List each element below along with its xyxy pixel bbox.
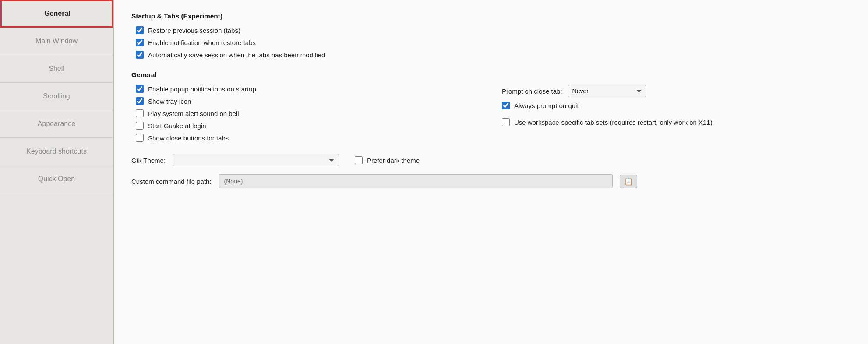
gtk-theme-row: Gtk Theme: Prefer dark theme: [131, 154, 850, 166]
general-grid: Enable popup notifications on startupSho…: [136, 85, 850, 146]
enable-popup-checkbox[interactable]: [136, 85, 144, 93]
use-workspace-row: Use workspace-specific tab sets (require…: [502, 118, 850, 126]
auto-save-session-checkbox[interactable]: [136, 51, 144, 59]
always-prompt-quit-row: Always prompt on quit: [502, 102, 850, 109]
general-checkbox-row-play-sound: Play system alert sound on bell: [136, 109, 484, 117]
play-sound-label: Play system alert sound on bell: [148, 110, 239, 117]
prefer-dark-label: Prefer dark theme: [367, 157, 420, 164]
general-checkbox-row-start-login: Start Guake at login: [136, 122, 484, 130]
custom-cmd-input[interactable]: [219, 174, 613, 188]
custom-cmd-label: Custom command file path:: [131, 178, 212, 185]
enable-popup-label: Enable popup notifications on startup: [148, 85, 256, 93]
startup-checkbox-row-auto-save-session: Automatically save session when the tabs…: [136, 51, 850, 59]
general-checkbox-row-show-tray: Show tray icon: [136, 97, 484, 105]
sidebar-item-main-window[interactable]: Main Window: [0, 28, 113, 55]
gtk-theme-label: Gtk Theme:: [131, 157, 166, 164]
show-close-buttons-checkbox[interactable]: [136, 134, 144, 142]
gtk-theme-select[interactable]: [173, 154, 339, 166]
prefer-dark-checkbox[interactable]: [355, 156, 363, 164]
general-section-title: General: [131, 71, 850, 79]
sidebar-item-shell[interactable]: Shell: [0, 55, 113, 83]
always-prompt-quit-label: Always prompt on quit: [514, 102, 579, 109]
show-tray-checkbox[interactable]: [136, 97, 144, 105]
auto-save-session-label: Automatically save session when the tabs…: [148, 51, 325, 59]
play-sound-checkbox[interactable]: [136, 109, 144, 117]
custom-cmd-row: Custom command file path: 📋: [131, 174, 850, 188]
left-col: Enable popup notifications on startupSho…: [136, 85, 484, 146]
sidebar: GeneralMain WindowShellScrollingAppearan…: [0, 0, 114, 344]
main-content: Startup & Tabs (Experiment) Restore prev…: [114, 0, 868, 344]
enable-notification-label: Enable notification when restore tabs: [148, 39, 256, 46]
prompt-on-close-select[interactable]: NeverAlwaysWhen multiple tabs: [568, 85, 646, 97]
show-close-buttons-label: Show close buttons for tabs: [148, 134, 229, 142]
custom-cmd-browse-button[interactable]: 📋: [620, 175, 637, 188]
prompt-on-close-label: Prompt on close tab:: [502, 88, 562, 95]
right-col: Prompt on close tab: NeverAlwaysWhen mul…: [502, 85, 850, 146]
sidebar-item-quick-open[interactable]: Quick Open: [0, 165, 113, 193]
startup-checkbox-row-enable-notification: Enable notification when restore tabs: [136, 39, 850, 46]
sidebar-item-keyboard-shortcuts[interactable]: Keyboard shortcuts: [0, 138, 113, 165]
sidebar-item-appearance[interactable]: Appearance: [0, 110, 113, 138]
restore-session-checkbox[interactable]: [136, 26, 144, 34]
restore-session-label: Restore previous session (tabs): [148, 27, 240, 34]
startup-checkbox-row-restore-session: Restore previous session (tabs): [136, 26, 850, 34]
show-tray-label: Show tray icon: [148, 98, 191, 105]
general-checkbox-row-show-close-buttons: Show close buttons for tabs: [136, 134, 484, 142]
startup-section-title: Startup & Tabs (Experiment): [131, 12, 850, 20]
prompt-on-close-row: Prompt on close tab: NeverAlwaysWhen mul…: [502, 85, 850, 97]
startup-section: Startup & Tabs (Experiment) Restore prev…: [131, 12, 850, 59]
always-prompt-quit-checkbox[interactable]: [502, 102, 510, 109]
use-workspace-label: Use workspace-specific tab sets (require…: [514, 119, 713, 126]
start-login-label: Start Guake at login: [148, 122, 206, 130]
sidebar-item-general[interactable]: General: [0, 0, 113, 28]
prefer-dark-row: Prefer dark theme: [355, 156, 420, 164]
start-login-checkbox[interactable]: [136, 122, 144, 130]
use-workspace-checkbox[interactable]: [502, 118, 510, 126]
enable-notification-checkbox[interactable]: [136, 39, 144, 46]
general-checkbox-row-enable-popup: Enable popup notifications on startup: [136, 85, 484, 93]
sidebar-item-scrolling[interactable]: Scrolling: [0, 83, 113, 110]
general-section: General Enable popup notifications on st…: [131, 71, 850, 188]
